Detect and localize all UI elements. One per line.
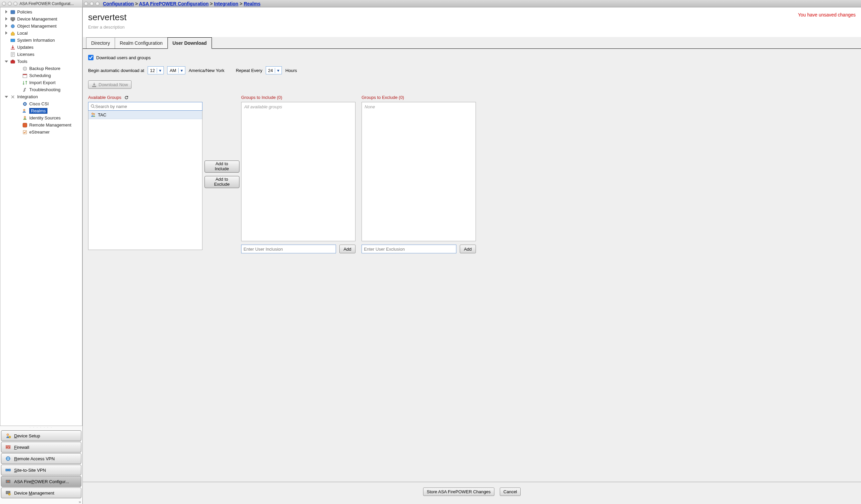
tree-item-cisco-csi[interactable]: Cisco CSI: [0, 100, 82, 107]
timezone-label: America/New York: [189, 68, 224, 73]
tree-item-policies[interactable]: Policies: [0, 9, 82, 15]
tree-item-realms[interactable]: Realms: [0, 107, 82, 114]
identity-icon: [22, 115, 28, 121]
svg-point-18: [7, 434, 9, 436]
download-users-checkbox[interactable]: [88, 55, 94, 60]
include-placeholder: All available groups: [242, 102, 355, 111]
disclosure-closed-icon[interactable]: [4, 17, 9, 21]
bottom-nav-device-setup[interactable]: Device Setup: [1, 430, 81, 441]
split-handle[interactable]: · · · · · · ·: [0, 426, 82, 429]
tree-item-system-information[interactable]: System Information: [0, 37, 82, 44]
tools-icon: [10, 59, 16, 64]
local-icon: [10, 31, 16, 36]
svg-point-28: [91, 105, 94, 107]
svg-point-27: [9, 493, 11, 495]
include-groups-title: Groups to Include (0): [241, 95, 282, 100]
exclude-groups-list[interactable]: None: [361, 102, 476, 241]
svg-point-13: [24, 103, 26, 105]
tree-item-troubleshooting[interactable]: Troubleshooting: [0, 86, 82, 93]
tree-item-backup-restore[interactable]: Backup Restore: [0, 65, 82, 72]
group-item[interactable]: TAC: [88, 111, 202, 119]
collapse-handle-icon[interactable]: »: [0, 499, 82, 504]
cancel-button[interactable]: Cancel: [500, 488, 521, 496]
unsaved-warning: You have unsaved changes: [798, 12, 856, 30]
minimize-dot-icon[interactable]: [8, 2, 12, 6]
store-changes-button[interactable]: Store ASA FirePOWER Changes: [423, 488, 494, 496]
ampm-select[interactable]: AM▾: [167, 66, 185, 74]
hour-select[interactable]: 12▾: [148, 66, 164, 74]
breadcrumb-link[interactable]: Integration: [214, 1, 238, 6]
tree-item-label: Scheduling: [29, 73, 51, 78]
bottom-nav-remote-access-vpn[interactable]: Remote Access VPN: [1, 453, 81, 464]
group-search-box[interactable]: [88, 102, 203, 111]
add-inclusion-button[interactable]: Add: [339, 245, 355, 253]
tab-realm-configuration[interactable]: Realm Configuration: [115, 37, 168, 49]
group-search-input[interactable]: [95, 104, 200, 109]
tree-item-estreamer[interactable]: eStreamer: [0, 128, 82, 136]
tree-item-label: Identity Sources: [29, 115, 60, 121]
tree-item-local[interactable]: Local: [0, 30, 82, 37]
bottom-nav-firewall[interactable]: Firewall: [1, 442, 81, 452]
include-groups-list[interactable]: All available groups: [241, 102, 355, 241]
user-exclusion-input[interactable]: [361, 245, 456, 253]
refresh-icon[interactable]: [124, 95, 129, 100]
bottom-nav-site-to-site-vpn[interactable]: Site-to-Site VPN: [1, 465, 81, 475]
tree-item-identity-sources[interactable]: Identity Sources: [0, 114, 82, 121]
tree-item-integration[interactable]: Integration: [0, 93, 82, 100]
tree-item-label: Licenses: [17, 52, 34, 57]
tree-item-licenses[interactable]: Licenses: [0, 51, 82, 58]
bottom-nav-asa-firepower-configur-[interactable]: ASA FirePOWER Configur...: [1, 476, 81, 487]
disclosure-open-icon[interactable]: [4, 95, 9, 99]
tree-item-import-export[interactable]: Import Export: [0, 79, 82, 86]
backup-icon: [22, 66, 28, 71]
close-dot-icon[interactable]: [2, 2, 6, 6]
download-now-button[interactable]: Download Now: [88, 80, 132, 89]
add-to-exclude-button[interactable]: Add to Exclude: [204, 176, 240, 188]
svg-point-19: [9, 436, 11, 438]
svg-point-25: [8, 481, 9, 482]
svg-rect-11: [23, 74, 27, 75]
tab-directory[interactable]: Directory: [86, 37, 115, 49]
minimize-dot-icon[interactable]: [90, 2, 94, 6]
disclosure-closed-icon[interactable]: [4, 31, 9, 35]
bottom-nav: Device SetupFirewallRemote Access VPNSit…: [0, 429, 82, 499]
device-icon: [10, 16, 16, 22]
svg-rect-5: [11, 49, 15, 50]
add-to-include-button[interactable]: Add to Include: [204, 161, 240, 173]
zoom-dot-icon[interactable]: [13, 2, 17, 6]
breadcrumb-link[interactable]: ASA FirePOWER Configuration: [139, 1, 208, 6]
available-groups-list[interactable]: TAC: [88, 111, 203, 250]
svg-rect-22: [6, 469, 8, 471]
tree-item-scheduling[interactable]: Scheduling: [0, 72, 82, 79]
tree-item-remote-management[interactable]: Remote Management: [0, 121, 82, 128]
disclosure-closed-icon[interactable]: [4, 24, 9, 28]
remotemgmt-icon: [22, 122, 28, 128]
description-placeholder[interactable]: Enter a description: [88, 25, 126, 30]
tab-user-download[interactable]: User Download: [167, 37, 212, 49]
devsetup-icon: [4, 432, 12, 440]
policies-icon: [10, 10, 16, 15]
repeat-unit-label: Hours: [285, 68, 297, 73]
breadcrumb-link[interactable]: Realms: [244, 1, 261, 6]
close-dot-icon[interactable]: [84, 2, 88, 6]
zoom-dot-icon[interactable]: [96, 2, 99, 6]
disclosure-open-icon[interactable]: [4, 59, 9, 63]
tree-item-tools[interactable]: Tools: [0, 58, 82, 65]
tree-item-object-management[interactable]: Object Management: [0, 23, 82, 30]
repeat-select[interactable]: 24▾: [266, 66, 282, 74]
breadcrumb-link[interactable]: Configuration: [103, 1, 134, 6]
s2svpn-icon: [4, 466, 12, 474]
add-exclusion-button[interactable]: Add: [460, 245, 476, 253]
bottom-nav-device-management[interactable]: Device Management: [1, 488, 81, 498]
tree-item-label: System Information: [17, 38, 55, 43]
tree-item-label: Realms: [29, 108, 47, 114]
tree-item-label: Backup Restore: [29, 66, 60, 71]
svg-point-29: [92, 113, 94, 115]
bottom-nav-label: Firewall: [14, 445, 29, 450]
tree-item-label: Policies: [17, 10, 32, 14]
tree-item-updates[interactable]: Updates: [0, 44, 82, 51]
user-inclusion-input[interactable]: [241, 245, 336, 253]
licenses-icon: [10, 52, 16, 57]
disclosure-closed-icon[interactable]: [4, 10, 9, 14]
tree-item-device-management[interactable]: Device Management: [0, 15, 82, 23]
